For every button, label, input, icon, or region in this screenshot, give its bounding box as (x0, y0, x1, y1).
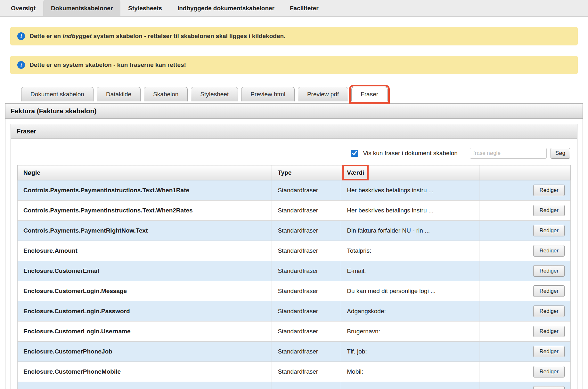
top-nav-tab[interactable]: Dokumentskabeloner (43, 0, 120, 16)
phrase-type-cell: Standardfraser (272, 221, 341, 241)
template-tab-label: Stylesheet (200, 91, 229, 98)
page-title: Faktura (Faktura skabelon) (5, 103, 583, 119)
phrase-value-cell: Tlf. Privat: (341, 382, 479, 389)
phrase-key-cell: Enclosure.Amount (18, 241, 272, 261)
panel-body: Vis kun fraser i dokument skabelon Søg N… (11, 139, 577, 389)
search-button[interactable]: Søg (551, 148, 570, 159)
rediger-button[interactable]: Rediger (533, 285, 565, 297)
phrase-type-cell: Standardfraser (272, 362, 341, 382)
phrase-type-cell: Standardfraser (272, 322, 341, 342)
phrase-value-cell: Din faktura forfalder NU - rin ... (341, 221, 479, 241)
filter-row: Vis kun fraser i dokument skabelon Søg (17, 148, 570, 159)
top-nav-tab-label: Stylesheets (128, 5, 162, 12)
phrase-type-cell: Standardfraser (272, 180, 341, 201)
template-tab-label: Preview pdf (307, 91, 339, 98)
info-icon: i (17, 61, 25, 69)
content-frame: Fraser Vis kun fraser i dokument skabelo… (5, 119, 583, 389)
rediger-button[interactable]: Rediger (533, 306, 565, 317)
phrase-type-cell: Standardfraser (272, 382, 341, 389)
template-tab[interactable]: Fraser (351, 87, 388, 101)
rediger-button[interactable]: Rediger (533, 386, 565, 389)
top-nav-tab-label: Oversigt (11, 5, 36, 12)
phrase-action-cell: Rediger (479, 201, 571, 221)
phrase-type-cell: Standardfraser (272, 301, 341, 322)
top-nav-tab-label: Indbyggede dokumentskabeloner (177, 5, 274, 12)
table-row: Enclosure.CustomerPhoneMobile Standardfr… (18, 362, 571, 382)
table-row: Enclosure.CustomerEmail Standardfraser E… (18, 261, 571, 281)
top-nav-tab-label: Dokumentskabeloner (51, 5, 113, 12)
phrase-action-cell: Rediger (479, 382, 571, 389)
phrase-key-cell: Enclosure.CustomerLogin.Message (18, 281, 272, 301)
fraser-panel: Fraser Vis kun fraser i dokument skabelo… (11, 124, 577, 389)
phrase-value-cell: Adgangskode: (341, 301, 479, 322)
template-tab[interactable]: Stylesheet (191, 87, 238, 101)
phrase-action-cell: Rediger (479, 301, 571, 322)
show-only-document-phrases-checkbox[interactable] (351, 150, 358, 157)
banner-builtin-text: Dette er en indbygget system skabelon - … (29, 33, 285, 40)
table-row: Enclosure.CustomerPhonePrivate Standardf… (18, 382, 571, 389)
column-header-type[interactable]: Type (272, 165, 341, 180)
column-header-actions (479, 165, 571, 180)
top-nav-tab[interactable]: Stylesheets (120, 0, 170, 16)
table-row: Enclosure.CustomerLogin.Message Standard… (18, 281, 571, 301)
info-banner-system: i Dette er en system skabelon - kun fras… (10, 56, 578, 74)
phrase-action-cell: Rediger (479, 362, 571, 382)
phrase-type-cell: Standardfraser (272, 201, 341, 221)
rediger-button[interactable]: Rediger (533, 245, 565, 257)
template-tab-label: Fraser (361, 91, 378, 98)
phrase-value-cell: E-mail: (341, 261, 479, 281)
phrase-key-cell: Enclosure.CustomerPhoneMobile (18, 362, 272, 382)
rediger-button[interactable]: Rediger (533, 265, 565, 277)
phrase-key-cell: Controls.Payments.PaymentInstructions.Te… (18, 201, 272, 221)
rediger-button[interactable]: Rediger (533, 205, 565, 216)
top-navigation: Oversigt Dokumentskabeloner Stylesheets … (0, 0, 588, 17)
info-banner-builtin: i Dette er en indbygget system skabelon … (10, 27, 578, 45)
rediger-button[interactable]: Rediger (533, 225, 565, 236)
phrase-action-cell: Rediger (479, 221, 571, 241)
rediger-button[interactable]: Rediger (533, 366, 565, 377)
template-tab[interactable]: Preview pdf (298, 87, 348, 101)
top-nav-tab[interactable]: Oversigt (3, 0, 43, 16)
template-tab-bar: Dokument skabelon Datakilde Skabelon Sty… (21, 87, 588, 101)
phrase-key-cell: Controls.Payments.PaymentRightNow.Text (18, 221, 272, 241)
phrase-action-cell: Rediger (479, 180, 571, 201)
phrase-action-cell: Rediger (479, 241, 571, 261)
phrase-key-cell: Enclosure.CustomerEmail (18, 261, 272, 281)
table-row: Enclosure.Amount Standardfraser Totalpri… (18, 241, 571, 261)
phrase-action-cell: Rediger (479, 261, 571, 281)
info-icon: i (17, 32, 25, 40)
phrase-action-cell: Rediger (479, 342, 571, 362)
phrase-key-search-input[interactable] (470, 148, 547, 159)
rediger-button[interactable]: Rediger (533, 185, 565, 196)
table-row: Enclosure.CustomerLogin.Password Standar… (18, 301, 571, 322)
banner-system-text: Dette er en system skabelon - kun fraser… (29, 61, 186, 68)
rediger-button[interactable]: Rediger (533, 326, 565, 337)
phrase-action-cell: Rediger (479, 322, 571, 342)
phrase-value-cell: Tlf. job: (341, 342, 479, 362)
phrase-action-cell: Rediger (479, 281, 571, 301)
phrase-key-cell: Enclosure.CustomerLogin.Password (18, 301, 272, 322)
table-header-row: Nøgle Type Værdi (18, 165, 571, 180)
table-row: Controls.Payments.PaymentRightNow.Text S… (18, 221, 571, 241)
table-row: Controls.Payments.PaymentInstructions.Te… (18, 180, 571, 201)
phrase-key-cell: Enclosure.CustomerLogin.Username (18, 322, 272, 342)
template-tab-label: Skabelon (153, 91, 178, 98)
template-tab[interactable]: Preview html (241, 87, 295, 101)
phrase-key-cell: Controls.Payments.PaymentInstructions.Te… (18, 180, 272, 201)
phrase-type-cell: Standardfraser (272, 241, 341, 261)
phrase-value-cell: Du kan med dit personlige logi ... (341, 281, 479, 301)
phrase-value-cell: Her beskrives betalings instru ... (341, 201, 479, 221)
phrase-type-cell: Standardfraser (272, 261, 341, 281)
template-tab-label: Preview html (250, 91, 285, 98)
template-tab[interactable]: Dokument skabelon (21, 87, 94, 101)
template-tab[interactable]: Skabelon (144, 87, 188, 101)
column-header-value[interactable]: Værdi (341, 165, 479, 180)
column-header-key[interactable]: Nøgle (18, 165, 272, 180)
template-tab[interactable]: Datakilde (97, 87, 141, 101)
phrase-value-cell: Brugernavn: (341, 322, 479, 342)
rediger-button[interactable]: Rediger (533, 346, 565, 357)
template-tab-label: Dokument skabelon (30, 91, 84, 98)
top-nav-tab[interactable]: Faciliteter (282, 0, 326, 16)
phrase-value-cell: Totalpris: (341, 241, 479, 261)
top-nav-tab[interactable]: Indbyggede dokumentskabeloner (170, 0, 282, 16)
